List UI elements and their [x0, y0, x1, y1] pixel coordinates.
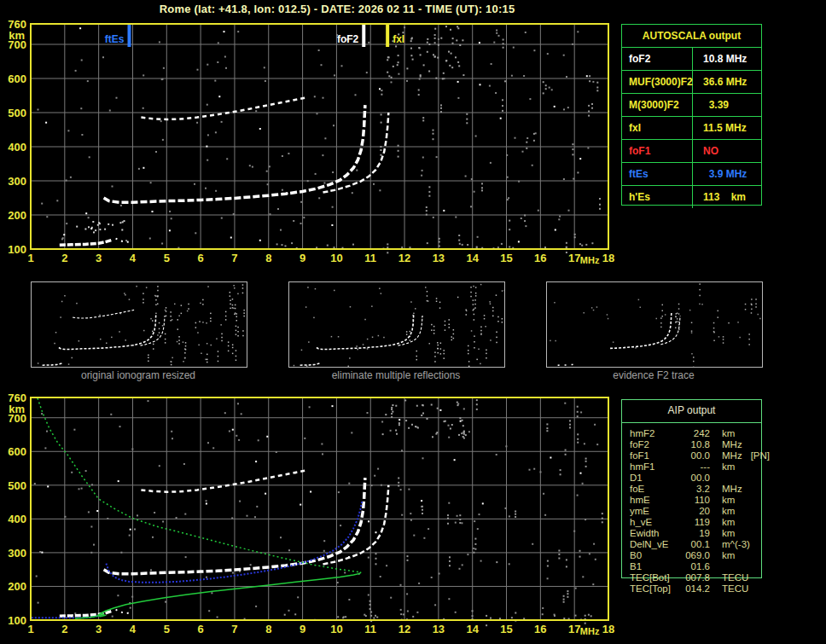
x-tick-label: 16 — [534, 252, 546, 264]
aip-value: 007.8 — [678, 572, 710, 583]
aip-name: ymE — [621, 506, 678, 517]
aip-extra — [735, 461, 743, 473]
noise-dots — [38, 285, 239, 365]
aip-name: DelN_vE — [621, 539, 678, 550]
aip-value: 00.1 — [678, 539, 710, 550]
autoscala-row-fxI: fxI11.5 MHz — [622, 117, 761, 140]
aip-unit: km — [710, 528, 735, 539]
noise-dots — [294, 284, 504, 367]
aip-name: TEC[Bot] — [621, 572, 678, 583]
aip-extra — [735, 550, 743, 561]
aip-name: D1 — [621, 473, 678, 484]
noise-dots — [660, 283, 757, 367]
marker-label-foF2: foF2 — [337, 33, 359, 45]
x-tick-label: 18 — [602, 252, 614, 264]
y-tick-label: 100 — [8, 614, 26, 627]
aip-name: Ewidth — [621, 528, 678, 539]
autoscala-row-value: 36.6 MHz — [693, 76, 761, 88]
aip-value: 10.8 — [678, 439, 710, 450]
noise-dots — [406, 287, 503, 367]
aip-row-D1: D100.0 — [621, 473, 771, 484]
aip-extra — [750, 539, 759, 550]
thumbnail-evidence-f2-trace — [546, 281, 763, 368]
noise-dots — [143, 284, 245, 367]
marker-label-fxI: fxI — [393, 33, 404, 45]
y-tick-label: 200 — [8, 580, 26, 593]
x-axis-unit-label: MHz — [580, 626, 600, 636]
trace-f2_o — [59, 313, 156, 350]
x-tick-label: 9 — [300, 252, 305, 264]
aip-unit: km — [710, 550, 735, 561]
ionogram-top-plot: ftEsfoF2fxI123456789101112131415161718MH… — [0, 0, 623, 271]
autoscala-row-MUF(3000)F2: MUF(3000)F236.6 MHz — [622, 71, 761, 94]
aip-value: 01.6 — [678, 561, 710, 572]
autoscala-output-table: AUTOSCALA output foF210.8 MHzMUF(3000)F2… — [621, 24, 762, 206]
x-tick-label: 7 — [231, 252, 237, 264]
aip-unit: km — [710, 428, 735, 439]
x-tick-label: 9 — [300, 623, 305, 635]
trace-hop2 — [73, 310, 134, 318]
aip-table-header: AIP output — [621, 399, 762, 423]
aip-name: B1 — [621, 561, 678, 572]
autoscala-row-value: 10.8 MHz — [693, 53, 761, 65]
x-tick-label: 17 — [568, 623, 580, 635]
aip-unit — [710, 561, 722, 572]
grid-lines — [31, 24, 608, 249]
autoscala-table-header: AUTOSCALA output — [622, 25, 761, 48]
x-tick-label: 5 — [164, 623, 170, 635]
aip-name: hmF2 — [621, 428, 678, 439]
x-tick-label: 15 — [500, 623, 512, 635]
aip-value: 00.0 — [678, 473, 710, 484]
y-tick-label: 200 — [8, 209, 26, 222]
x-tick-label: 13 — [433, 623, 445, 635]
aip-row-foE: foE3.2MHz — [621, 484, 771, 495]
x-tick-label: 2 — [61, 252, 67, 264]
bottom-ionogram-svg: 123456789101112131415161718MHz1002003004… — [0, 380, 623, 644]
trace-f2_o — [317, 313, 414, 350]
aip-value: 3.2 — [678, 484, 710, 495]
x-tick-label: 12 — [398, 252, 410, 264]
aip-row-B0: B0069.0km — [621, 550, 771, 561]
autoscala-row-label: foF2 — [622, 48, 693, 70]
trace-es — [300, 363, 320, 365]
x-tick-label: 1 — [27, 623, 33, 635]
x-tick-label: 13 — [433, 252, 445, 264]
aip-extra: [PN] — [742, 450, 770, 461]
aip-unit: m^(-3) — [710, 539, 750, 550]
aip-row-TEC[Top]: TEC[Top]014.2TECU — [621, 583, 771, 595]
aip-name: foE — [621, 484, 678, 495]
aip-value: 110 — [678, 495, 710, 506]
top-ionogram-svg: ftEsfoF2fxI123456789101112131415161718MH… — [0, 0, 623, 271]
aip-unit: MHz — [710, 484, 742, 495]
aip-row-h_vE: h_vE119km — [621, 517, 771, 528]
noise-dots — [550, 299, 760, 355]
autoscala-row-value: 3.39 — [693, 99, 761, 111]
aip-row-hmF1: hmF1---km — [621, 461, 771, 473]
aip-value: --- — [678, 461, 710, 473]
autoscala-row-label: MUF(3000)F2 — [622, 71, 693, 93]
x-tick-label: 4 — [130, 252, 137, 264]
x-tick-label: 17 — [568, 252, 580, 264]
aip-unit: TECU — [710, 572, 748, 583]
y-tick-label: 500 — [8, 479, 26, 492]
autoscala-row-value: 113 km — [693, 191, 761, 203]
autoscala-row-M(3000)F2: M(3000)F2 3.39 — [622, 94, 761, 117]
y-tick-label: 100 — [8, 243, 26, 256]
y-axis-unit-label: km — [9, 29, 25, 42]
aip-extra — [722, 473, 730, 484]
aip-row-TEC[Bot]: TEC[Bot]007.8TECU — [621, 572, 771, 583]
trace-es — [43, 363, 62, 365]
thumbnail-svg — [32, 282, 247, 367]
autoscala-row-h'Es: h'Es113 km — [622, 186, 761, 208]
trace-es_tail — [116, 239, 132, 242]
x-tick-label: 4 — [130, 623, 137, 635]
autoscala-row-foF1: foF1NO — [622, 140, 761, 163]
autoscala-row-label: foF1 — [622, 140, 693, 162]
autoscala-row-value: 3.9 MHz — [693, 168, 761, 180]
noise-dots — [38, 26, 595, 248]
x-tick-label: 10 — [330, 623, 342, 635]
x-tick-label: 11 — [364, 252, 376, 264]
marker-label-ftEs: ftEs — [105, 33, 125, 45]
aip-unit: MHz — [710, 450, 742, 461]
aip-row-B1: B101.6 — [621, 561, 771, 572]
